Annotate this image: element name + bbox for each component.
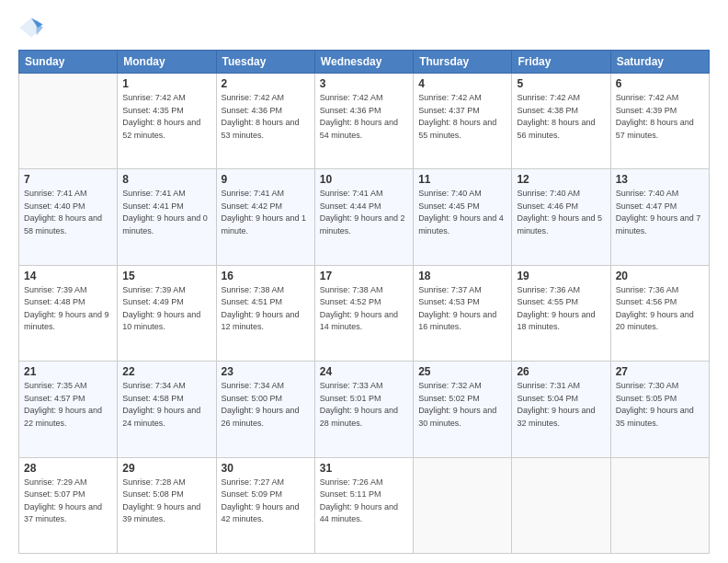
day-number: 27 — [616, 365, 704, 378]
weekday-header-sunday: Sunday — [19, 51, 118, 74]
calendar-cell: 12Sunrise: 7:40 AMSunset: 4:46 PMDayligh… — [512, 169, 610, 265]
calendar-cell: 4Sunrise: 7:42 AMSunset: 4:37 PMDaylight… — [414, 74, 512, 169]
day-info: Sunrise: 7:27 AMSunset: 5:09 PMDaylight:… — [222, 477, 310, 526]
day-info: Sunrise: 7:42 AMSunset: 4:36 PMDaylight:… — [222, 92, 310, 142]
day-number: 10 — [320, 173, 408, 186]
weekday-header-wednesday: Wednesday — [314, 51, 413, 74]
calendar-cell: 29Sunrise: 7:28 AMSunset: 5:08 PMDayligh… — [118, 457, 216, 553]
logo — [18, 15, 48, 40]
day-number: 1 — [122, 77, 210, 90]
calendar-week-3: 14Sunrise: 7:39 AMSunset: 4:48 PMDayligh… — [19, 265, 710, 361]
day-info: Sunrise: 7:37 AMSunset: 4:53 PMDaylight:… — [418, 284, 506, 334]
weekday-header-friday: Friday — [512, 51, 610, 74]
calendar-cell: 28Sunrise: 7:29 AMSunset: 5:07 PMDayligh… — [19, 457, 118, 553]
day-info: Sunrise: 7:38 AMSunset: 4:51 PMDaylight:… — [222, 284, 310, 334]
day-number: 18 — [418, 270, 506, 282]
day-info: Sunrise: 7:35 AMSunset: 4:57 PMDaylight:… — [24, 380, 112, 430]
day-info: Sunrise: 7:39 AMSunset: 4:49 PMDaylight:… — [122, 284, 210, 334]
calendar-cell: 17Sunrise: 7:38 AMSunset: 4:52 PMDayligh… — [314, 265, 413, 361]
day-number: 28 — [24, 462, 112, 475]
day-info: Sunrise: 7:29 AMSunset: 5:07 PMDaylight:… — [24, 477, 112, 526]
calendar-cell: 15Sunrise: 7:39 AMSunset: 4:49 PMDayligh… — [118, 265, 216, 361]
calendar-cell: 18Sunrise: 7:37 AMSunset: 4:53 PMDayligh… — [414, 265, 512, 361]
calendar-cell: 24Sunrise: 7:33 AMSunset: 5:01 PMDayligh… — [314, 362, 413, 457]
day-number: 25 — [418, 365, 506, 378]
day-number: 11 — [418, 173, 506, 186]
calendar-cell: 23Sunrise: 7:34 AMSunset: 5:00 PMDayligh… — [216, 362, 314, 457]
day-info: Sunrise: 7:28 AMSunset: 5:08 PMDaylight:… — [122, 477, 210, 526]
day-info: Sunrise: 7:36 AMSunset: 4:55 PMDaylight:… — [517, 284, 605, 334]
calendar-week-5: 28Sunrise: 7:29 AMSunset: 5:07 PMDayligh… — [19, 457, 710, 553]
day-info: Sunrise: 7:34 AMSunset: 5:00 PMDaylight:… — [222, 380, 310, 430]
day-info: Sunrise: 7:31 AMSunset: 5:04 PMDaylight:… — [517, 380, 605, 430]
calendar-cell: 10Sunrise: 7:41 AMSunset: 4:44 PMDayligh… — [314, 169, 413, 265]
day-info: Sunrise: 7:41 AMSunset: 4:40 PMDaylight:… — [24, 188, 112, 237]
day-number: 15 — [122, 270, 210, 282]
day-number: 8 — [122, 173, 210, 186]
day-info: Sunrise: 7:33 AMSunset: 5:01 PMDaylight:… — [320, 380, 408, 430]
weekday-header-row: SundayMondayTuesdayWednesdayThursdayFrid… — [19, 51, 710, 74]
day-info: Sunrise: 7:41 AMSunset: 4:41 PMDaylight:… — [122, 188, 210, 237]
calendar-cell: 5Sunrise: 7:42 AMSunset: 4:38 PMDaylight… — [512, 74, 610, 169]
calendar-cell: 30Sunrise: 7:27 AMSunset: 5:09 PMDayligh… — [216, 457, 314, 553]
calendar-cell: 31Sunrise: 7:26 AMSunset: 5:11 PMDayligh… — [314, 457, 413, 553]
calendar-week-1: 1Sunrise: 7:42 AMSunset: 4:35 PMDaylight… — [19, 74, 710, 169]
day-info: Sunrise: 7:40 AMSunset: 4:46 PMDaylight:… — [517, 188, 605, 237]
day-info: Sunrise: 7:39 AMSunset: 4:48 PMDaylight:… — [24, 284, 112, 334]
day-info: Sunrise: 7:26 AMSunset: 5:11 PMDaylight:… — [320, 477, 408, 526]
day-number: 21 — [24, 365, 112, 378]
day-number: 6 — [616, 77, 704, 90]
day-info: Sunrise: 7:42 AMSunset: 4:35 PMDaylight:… — [122, 92, 210, 142]
day-info: Sunrise: 7:38 AMSunset: 4:52 PMDaylight:… — [320, 284, 408, 334]
day-info: Sunrise: 7:40 AMSunset: 4:45 PMDaylight:… — [418, 188, 506, 237]
calendar-cell: 14Sunrise: 7:39 AMSunset: 4:48 PMDayligh… — [19, 265, 118, 361]
day-number: 19 — [517, 270, 605, 282]
calendar-cell — [19, 74, 118, 169]
calendar-table: SundayMondayTuesdayWednesdayThursdayFrid… — [18, 50, 710, 554]
calendar-cell: 21Sunrise: 7:35 AMSunset: 4:57 PMDayligh… — [19, 362, 118, 457]
day-number: 30 — [222, 462, 310, 475]
weekday-header-tuesday: Tuesday — [216, 51, 314, 74]
day-info: Sunrise: 7:34 AMSunset: 4:58 PMDaylight:… — [122, 380, 210, 430]
day-number: 4 — [418, 77, 506, 90]
day-number: 29 — [122, 462, 210, 475]
day-number: 2 — [222, 77, 310, 90]
calendar-cell: 7Sunrise: 7:41 AMSunset: 4:40 PMDaylight… — [19, 169, 118, 265]
calendar-cell — [610, 457, 709, 553]
day-number: 22 — [122, 365, 210, 378]
day-number: 3 — [320, 77, 408, 90]
calendar-cell: 22Sunrise: 7:34 AMSunset: 4:58 PMDayligh… — [118, 362, 216, 457]
day-number: 7 — [24, 173, 112, 186]
calendar-cell: 13Sunrise: 7:40 AMSunset: 4:47 PMDayligh… — [610, 169, 709, 265]
day-number: 14 — [24, 270, 112, 282]
calendar-cell: 1Sunrise: 7:42 AMSunset: 4:35 PMDaylight… — [118, 74, 216, 169]
calendar-cell: 19Sunrise: 7:36 AMSunset: 4:55 PMDayligh… — [512, 265, 610, 361]
weekday-header-thursday: Thursday — [414, 51, 512, 74]
calendar-cell: 8Sunrise: 7:41 AMSunset: 4:41 PMDaylight… — [118, 169, 216, 265]
day-number: 17 — [320, 270, 408, 282]
calendar-cell: 26Sunrise: 7:31 AMSunset: 5:04 PMDayligh… — [512, 362, 610, 457]
calendar-cell: 9Sunrise: 7:41 AMSunset: 4:42 PMDaylight… — [216, 169, 314, 265]
day-number: 13 — [616, 173, 704, 186]
calendar-cell: 25Sunrise: 7:32 AMSunset: 5:02 PMDayligh… — [414, 362, 512, 457]
day-number: 23 — [222, 365, 310, 378]
day-info: Sunrise: 7:42 AMSunset: 4:36 PMDaylight:… — [320, 92, 408, 142]
calendar-cell: 3Sunrise: 7:42 AMSunset: 4:36 PMDaylight… — [314, 74, 413, 169]
day-number: 24 — [320, 365, 408, 378]
day-info: Sunrise: 7:42 AMSunset: 4:38 PMDaylight:… — [517, 92, 605, 142]
calendar-cell: 6Sunrise: 7:42 AMSunset: 4:39 PMDaylight… — [610, 74, 709, 169]
day-number: 20 — [616, 270, 704, 282]
calendar-cell: 2Sunrise: 7:42 AMSunset: 4:36 PMDaylight… — [216, 74, 314, 169]
day-number: 31 — [320, 462, 408, 475]
day-info: Sunrise: 7:42 AMSunset: 4:39 PMDaylight:… — [616, 92, 704, 142]
day-number: 9 — [222, 173, 310, 186]
calendar-week-2: 7Sunrise: 7:41 AMSunset: 4:40 PMDaylight… — [19, 169, 710, 265]
day-info: Sunrise: 7:36 AMSunset: 4:56 PMDaylight:… — [616, 284, 704, 334]
weekday-header-monday: Monday — [118, 51, 216, 74]
day-info: Sunrise: 7:41 AMSunset: 4:44 PMDaylight:… — [320, 188, 408, 237]
calendar-cell — [512, 457, 610, 553]
calendar-cell — [414, 457, 512, 553]
day-number: 16 — [222, 270, 310, 282]
logo-icon — [18, 15, 44, 40]
day-info: Sunrise: 7:41 AMSunset: 4:42 PMDaylight:… — [222, 188, 310, 237]
